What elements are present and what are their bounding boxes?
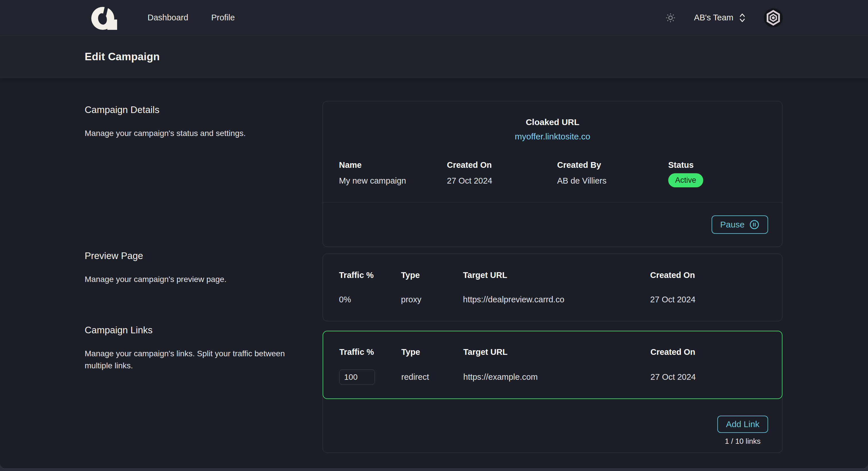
field-status: Status Active — [668, 160, 766, 187]
campaign-links-description: Manage your campaign's links. Split your… — [85, 348, 297, 372]
link-created-on-value: 27 Oct 2024 — [650, 372, 766, 382]
links-count: 1 / 10 links — [717, 437, 768, 446]
campaign-details-description: Manage your campaign's status and settin… — [85, 127, 297, 139]
campaign-details-card: Cloaked URL myoffer.linktosite.co Name M… — [322, 101, 782, 247]
pause-button-label: Pause — [720, 220, 745, 230]
status-badge: Active — [668, 173, 703, 187]
chevron-up-down-icon — [739, 12, 746, 23]
traffic-percent-input[interactable] — [339, 369, 375, 385]
cloaked-url-label: Cloaked URL — [339, 117, 766, 127]
col-target-url: Target URL — [463, 347, 650, 357]
cloaked-url-link[interactable]: myoffer.linktosite.co — [339, 132, 766, 141]
field-created-by-label: Created By — [557, 160, 668, 170]
links-table-header: Traffic % Type Target URL Created On — [339, 347, 766, 357]
col-type: Type — [401, 270, 463, 280]
nav-link-dashboard[interactable]: Dashboard — [148, 13, 188, 22]
nav-right-group: AB's Team — [665, 3, 783, 32]
nav-link-profile[interactable]: Profile — [211, 13, 235, 22]
field-name: Name My new campaign — [339, 160, 447, 187]
page-header: Edit Campaign — [0, 36, 868, 78]
field-name-label: Name — [339, 160, 447, 170]
campaign-fields: Name My new campaign Created On 27 Oct 2… — [339, 160, 766, 202]
campaign-links-table: Traffic % Type Target URL Created On red… — [322, 331, 782, 399]
preview-page-card: Traffic % Type Target URL Created On 0% … — [322, 254, 782, 321]
preview-traffic-value: 0% — [339, 295, 401, 304]
team-selector[interactable]: AB's Team — [694, 12, 746, 23]
pause-circle-icon — [749, 220, 760, 230]
col-traffic: Traffic % — [339, 347, 401, 357]
add-link-button[interactable]: Add Link — [717, 416, 768, 433]
campaign-links-card: Traffic % Type Target URL Created On red… — [322, 331, 782, 453]
field-status-label: Status — [668, 160, 766, 170]
user-avatar[interactable] — [764, 3, 783, 32]
col-created-on: Created On — [650, 270, 766, 280]
col-traffic: Traffic % — [339, 270, 401, 280]
main-content: Campaign Details Manage your campaign's … — [0, 78, 868, 453]
links-table-row: redirect https://example.com 27 Oct 2024 — [339, 369, 766, 385]
campaign-links-title: Campaign Links — [85, 325, 297, 336]
link-target-url-value: https://example.com — [463, 372, 650, 382]
top-nav: Dashboard Profile AB's Team — [0, 0, 868, 36]
field-created-by: Created By AB de Villiers — [557, 160, 668, 187]
team-name: AB's Team — [694, 13, 733, 22]
hexagon-avatar-icon — [764, 8, 783, 27]
col-type: Type — [401, 347, 463, 357]
page-title: Edit Campaign — [85, 51, 160, 63]
campaign-links-footer: Add Link 1 / 10 links — [323, 399, 782, 452]
campaign-details-title: Campaign Details — [85, 104, 297, 115]
preview-table-row: 0% proxy https://dealpreview.carrd.co 27… — [339, 295, 766, 304]
col-created-on: Created On — [650, 347, 766, 357]
preview-type-value: proxy — [401, 295, 463, 304]
field-name-value: My new campaign — [339, 176, 447, 186]
field-created-on-label: Created On — [447, 160, 557, 170]
col-target-url: Target URL — [463, 270, 650, 280]
nav-links: Dashboard Profile — [148, 13, 235, 22]
field-created-by-value: AB de Villiers — [557, 176, 668, 186]
theme-toggle-button[interactable] — [665, 12, 676, 24]
campaign-links-intro: Campaign Links Manage your campaign's li… — [85, 321, 322, 372]
section-campaign-links: Campaign Links Manage your campaign's li… — [85, 321, 782, 453]
pause-button[interactable]: Pause — [712, 215, 768, 234]
campaign-details-intro: Campaign Details Manage your campaign's … — [85, 101, 322, 139]
section-campaign-details: Campaign Details Manage your campaign's … — [85, 101, 782, 247]
app-window: Dashboard Profile AB's Team — [0, 0, 868, 469]
preview-created-on-value: 27 Oct 2024 — [650, 295, 766, 304]
sun-icon — [665, 12, 676, 23]
preview-page-description: Manage your campaign's preview page. — [85, 273, 297, 285]
add-link-button-label: Add Link — [726, 419, 760, 429]
field-created-on: Created On 27 Oct 2024 — [447, 160, 557, 187]
preview-table-header: Traffic % Type Target URL Created On — [339, 270, 766, 280]
preview-page-title: Preview Page — [85, 250, 297, 261]
section-preview-page: Preview Page Manage your campaign's prev… — [85, 247, 782, 321]
app-logo-icon[interactable] — [91, 5, 120, 30]
link-type-value: redirect — [401, 372, 463, 382]
preview-page-intro: Preview Page Manage your campaign's prev… — [85, 247, 322, 285]
preview-target-url-value: https://dealpreview.carrd.co — [463, 295, 650, 304]
field-created-on-value: 27 Oct 2024 — [447, 176, 557, 186]
